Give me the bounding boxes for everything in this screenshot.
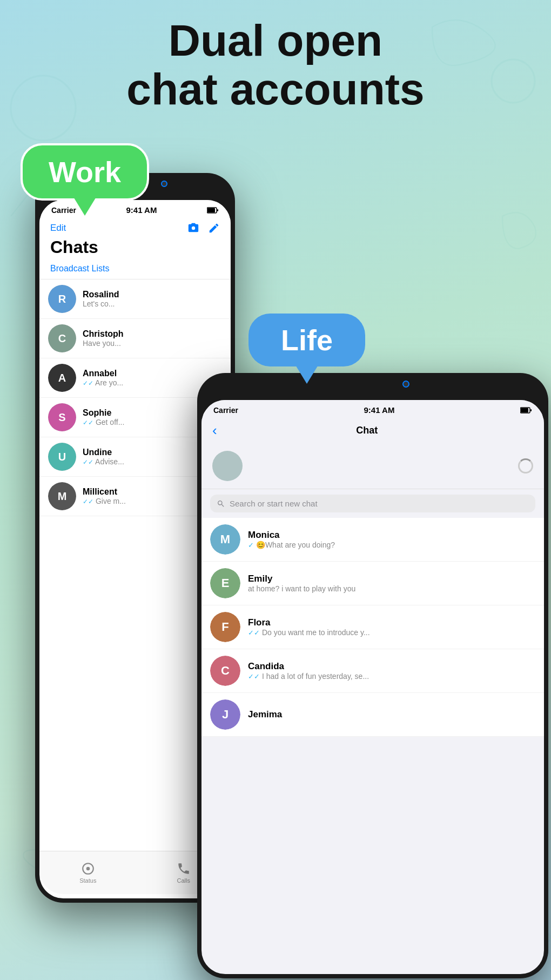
chat-avatar: M bbox=[48, 482, 76, 510]
contact-name: Emily bbox=[248, 574, 535, 584]
svg-rect-9 bbox=[217, 209, 218, 211]
contact-info: Emily at home? i want to play with you bbox=[248, 574, 535, 593]
contact-avatar: F bbox=[210, 612, 240, 642]
avatar-circle: E bbox=[210, 568, 240, 598]
contact-preview: at home? i want to play with you bbox=[248, 584, 535, 593]
contact-avatar: C bbox=[210, 656, 240, 686]
p2-carrier: Carrier bbox=[213, 406, 238, 415]
phone2: Carrier 9:41 AM ‹ Chat Search or start n… bbox=[197, 373, 548, 978]
avatar-circle: C bbox=[48, 324, 76, 352]
contact-name: Jemima bbox=[248, 709, 535, 720]
contact-info: Flora ✓✓ Do you want me to introduce y..… bbox=[248, 617, 535, 637]
avatar-circle: S bbox=[48, 403, 76, 431]
phone2-status-bar: Carrier 9:41 AM bbox=[201, 400, 544, 418]
battery-icon bbox=[207, 207, 219, 214]
contact-item[interactable]: C Candida ✓✓ I had a lot of fun yesterda… bbox=[201, 649, 544, 693]
contact-preview: ✓✓ Do you want me to introduce y... bbox=[248, 628, 535, 637]
avatar-circle: M bbox=[210, 524, 240, 555]
avatar-circle: U bbox=[48, 443, 76, 471]
time-text: 9:41 AM bbox=[126, 205, 157, 215]
svg-point-11 bbox=[86, 867, 90, 871]
broadcast-lists[interactable]: Broadcast Lists bbox=[39, 262, 231, 279]
chat-info: Rosalind Let's co... bbox=[83, 290, 222, 308]
contact-preview: ✓ 😊What are you doing? bbox=[248, 541, 535, 549]
tab-status[interactable]: Status bbox=[79, 862, 96, 884]
contact-avatar: M bbox=[210, 524, 240, 555]
chats-title: Chats bbox=[39, 236, 231, 262]
chat-name: Christoph bbox=[83, 329, 222, 339]
contact-avatar: E bbox=[210, 568, 240, 598]
contact-item[interactable]: E Emily at home? i want to play with you bbox=[201, 562, 544, 605]
chat-item[interactable]: C Christoph Have you... bbox=[39, 319, 231, 358]
chat-info: Annabel ✓✓ Are yo... bbox=[83, 369, 222, 387]
chat-item[interactable]: R Rosalind Let's co... bbox=[39, 279, 231, 319]
nav-icons bbox=[187, 222, 220, 234]
contact-name: Flora bbox=[248, 617, 535, 628]
back-button[interactable]: ‹ bbox=[212, 422, 217, 439]
edit-button[interactable]: Edit bbox=[50, 223, 66, 234]
tab-calls[interactable]: Calls bbox=[177, 862, 191, 884]
chat-avatar: U bbox=[48, 443, 76, 471]
chat-avatar: A bbox=[48, 364, 76, 392]
contact-preview: ✓✓ I had a lot of fun yesterday, se... bbox=[248, 672, 535, 681]
contact-name: Monica bbox=[248, 530, 535, 541]
contact-avatar: J bbox=[210, 699, 240, 730]
svg-rect-13 bbox=[521, 408, 528, 412]
contact-item[interactable]: J Jemima bbox=[201, 693, 544, 737]
loading-spinner bbox=[518, 458, 533, 474]
contact-area bbox=[201, 443, 544, 489]
phone1-nav: Edit bbox=[39, 218, 231, 236]
chat-info: Christoph Have you... bbox=[83, 329, 222, 348]
chat-preview: Let's co... bbox=[83, 299, 222, 308]
contact-item[interactable]: M Monica ✓ 😊What are you doing? bbox=[201, 518, 544, 562]
chat-name: Rosalind bbox=[83, 290, 222, 299]
phone1-status-bar: Carrier 9:41 AM bbox=[39, 200, 231, 218]
life-bubble: Life bbox=[248, 314, 365, 366]
chat-avatar: R bbox=[48, 285, 76, 313]
compose-icon[interactable] bbox=[208, 222, 220, 234]
camera-icon[interactable] bbox=[187, 222, 199, 234]
phone2-screen: Carrier 9:41 AM ‹ Chat Search or start n… bbox=[201, 400, 544, 974]
avatar-circle: C bbox=[210, 656, 240, 686]
avatar-circle: R bbox=[48, 285, 76, 313]
contact-name: Candida bbox=[248, 661, 535, 672]
svg-rect-8 bbox=[207, 208, 215, 212]
contact-list: M Monica ✓ 😊What are you doing? E Emily … bbox=[201, 518, 544, 737]
life-bubble-label: Life bbox=[281, 324, 333, 356]
contact-info: Candida ✓✓ I had a lot of fun yesterday,… bbox=[248, 661, 535, 681]
chat-nav-title: Chat bbox=[221, 425, 513, 436]
contact-avatar-loading bbox=[212, 451, 243, 481]
svg-rect-14 bbox=[530, 409, 532, 411]
chat-avatar: S bbox=[48, 403, 76, 431]
avatar-circle: A bbox=[48, 364, 76, 392]
chat-preview: Have you... bbox=[83, 339, 222, 348]
search-placeholder: Search or start new chat bbox=[230, 499, 318, 508]
contact-info: Monica ✓ 😊What are you doing? bbox=[248, 530, 535, 549]
avatar-circle: M bbox=[48, 482, 76, 510]
work-bubble-label: Work bbox=[49, 156, 121, 188]
search-icon bbox=[217, 499, 225, 508]
chat-avatar: C bbox=[48, 324, 76, 352]
phone2-nav: ‹ Chat bbox=[201, 418, 544, 443]
avatar-circle: F bbox=[210, 612, 240, 642]
contact-info: Jemima bbox=[248, 709, 535, 720]
chat-name: Annabel bbox=[83, 369, 222, 378]
p2-time: 9:41 AM bbox=[364, 405, 394, 415]
avatar-circle: J bbox=[210, 699, 240, 730]
headline: Dual open chat accounts bbox=[0, 16, 551, 114]
search-bar[interactable]: Search or start new chat bbox=[210, 495, 535, 512]
work-bubble: Work bbox=[21, 143, 149, 201]
contact-item[interactable]: F Flora ✓✓ Do you want me to introduce y… bbox=[201, 605, 544, 649]
p2-battery bbox=[520, 407, 532, 414]
